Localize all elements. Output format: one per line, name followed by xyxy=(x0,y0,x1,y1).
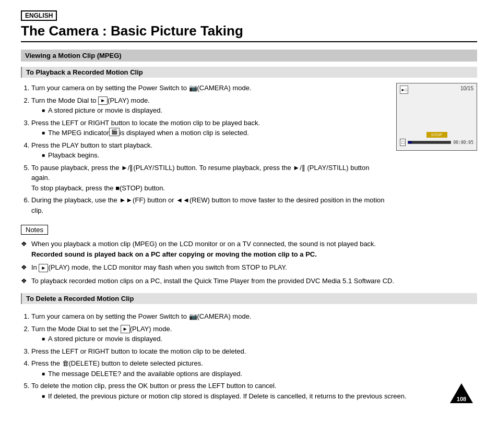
del-bullet-4a: The message DELETE? and the available op… xyxy=(42,369,437,379)
del-step-3: Press the LEFT or RIGHT button to locate… xyxy=(31,346,437,357)
progress-bar xyxy=(408,141,451,144)
section1-header: Viewing a Motion Clip (MPEG) xyxy=(21,50,477,62)
page-number: 108 xyxy=(457,396,466,402)
camera-screen: ►□ 10/15 STOP □ 00:00:05 xyxy=(396,83,477,151)
screen-counter: 10/15 xyxy=(460,86,473,91)
battery-icon: □ xyxy=(400,139,406,146)
note-1: ❖ When you playback a motion clip (MPEG)… xyxy=(21,239,477,259)
step-1: Turn your camera on by setting the Power… xyxy=(31,83,388,93)
step-3: Press the LEFT or RIGHT button to locate… xyxy=(31,118,388,138)
progress-fill xyxy=(408,141,411,143)
del-step-5: To delete the motion clip, press the OK … xyxy=(31,381,437,401)
bullet-4a: Playback begins. xyxy=(42,150,388,161)
page-title: The Camera : Basic Picture Taking xyxy=(21,23,477,42)
step-6: During the playback, use the ►►(FF) butt… xyxy=(31,195,388,215)
step-2: Turn the Mode Dial to ►(PLAY) mode. A st… xyxy=(31,95,388,116)
subsection1-header: To Playback a Recorded Motion Clip xyxy=(21,67,477,78)
step-4: Press the PLAY button to start playback.… xyxy=(31,140,388,161)
del-bullet-5a: If deleted, the previous picture or moti… xyxy=(42,391,437,402)
section2-header: To Delete a Recorded Motion Clip xyxy=(21,293,477,304)
screen-bottom: STOP □ 00:00:05 xyxy=(400,132,473,146)
steps-column: Turn your camera on by setting the Power… xyxy=(21,83,388,220)
camera-screen-panel: ►□ 10/15 STOP □ 00:00:05 xyxy=(396,83,477,220)
english-badge: ENGLISH xyxy=(21,10,477,23)
play-icon: ►□ xyxy=(400,86,408,94)
note-3: ❖ To playback recorded motion clips on a… xyxy=(21,276,477,286)
note-1-cross: ❖ xyxy=(21,239,27,249)
note-3-cross: ❖ xyxy=(21,276,27,286)
stop-button-display: STOP xyxy=(426,132,447,138)
bullet-2a: A stored picture or movie is displayed. xyxy=(42,105,388,116)
del-bullet-2a: A stored picture or movie is displayed. xyxy=(42,334,437,344)
note-2: ❖ In ►(PLAY) mode, the LCD monitor may f… xyxy=(21,262,477,273)
timecode: 00:00:05 xyxy=(453,140,473,145)
note-2-text: In ►(PLAY) mode, the LCD monitor may fla… xyxy=(31,262,477,273)
note-1-text: When you playback a motion clip (MPEG) o… xyxy=(31,239,477,259)
notes-section: Notes ❖ When you playback a motion clip … xyxy=(21,225,477,286)
notes-label: Notes xyxy=(21,225,48,235)
del-step-1: Turn your camera on by setting the Power… xyxy=(31,311,437,322)
note-3-text: To playback recorded motion clips on a P… xyxy=(31,276,477,286)
section2-content: Turn your camera on by setting the Power… xyxy=(21,311,437,405)
bullet-3a: The MPEG indicator 🎬 is displayed when a… xyxy=(42,128,388,138)
page-number-triangle: 108 xyxy=(450,383,473,403)
del-step-2: Turn the Mode Dial to set the ►(PLAY) mo… xyxy=(31,324,437,344)
step-5: To pause playback, press the ►/‖(PLAY/ST… xyxy=(31,163,388,193)
note-2-cross: ❖ xyxy=(21,262,27,273)
del-step-4: Press the 🗑(DELETE) button to delete sel… xyxy=(31,358,437,379)
